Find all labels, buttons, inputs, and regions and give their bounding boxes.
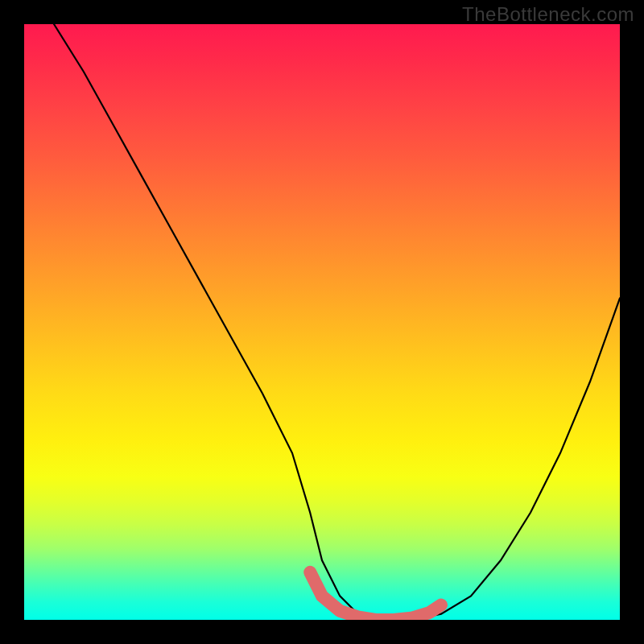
chart-container: TheBottleneck.com bbox=[0, 0, 644, 644]
optimal-range-marker bbox=[310, 572, 441, 620]
bottleneck-curve bbox=[54, 24, 620, 620]
plot-area bbox=[24, 24, 620, 620]
watermark-text: TheBottleneck.com bbox=[462, 3, 634, 26]
curve-layer bbox=[24, 24, 620, 620]
